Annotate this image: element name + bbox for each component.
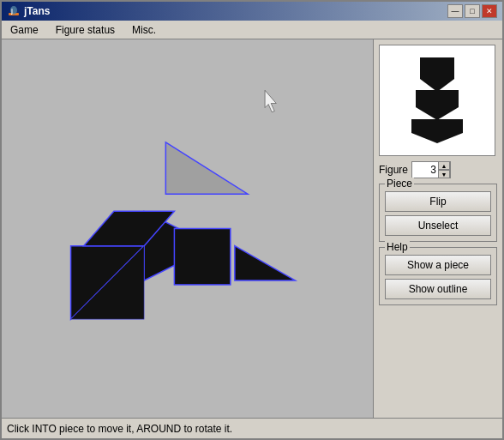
sidebar: Figure ▲ ▼ Piece Flip Unselect Help Show [374, 39, 502, 418]
title-text: jTans [24, 5, 50, 17]
close-button[interactable]: ✕ [482, 4, 497, 18]
svg-marker-12 [420, 57, 454, 92]
menu-figure-status[interactable]: Figure status [51, 22, 120, 38]
help-group: Help Show a piece Show outline [379, 247, 497, 305]
svg-text:j: j [10, 8, 13, 15]
svg-rect-8 [174, 229, 230, 285]
java-icon: j [7, 4, 21, 18]
svg-marker-14 [411, 119, 463, 143]
help-group-label: Help [385, 241, 410, 253]
svg-marker-13 [416, 90, 459, 120]
title-buttons: — □ ✕ [447, 4, 497, 18]
minimize-button[interactable]: — [447, 4, 463, 18]
show-piece-button[interactable]: Show a piece [385, 255, 491, 275]
piece-group-label: Piece [385, 178, 414, 190]
menu-misc[interactable]: Misc. [127, 22, 161, 38]
title-bar: j jTans — □ ✕ [2, 2, 502, 21]
flip-button[interactable]: Flip [385, 191, 491, 212]
piece-group: Piece Flip Unselect [379, 184, 497, 242]
figure-spinner: ▲ ▼ [438, 161, 450, 178]
figure-spin-down[interactable]: ▼ [438, 170, 450, 178]
figure-input-container: ▲ ▼ [411, 161, 451, 178]
figure-label: Figure [379, 164, 408, 176]
figure-spin-up[interactable]: ▲ [438, 161, 450, 170]
title-bar-left: j jTans [7, 4, 50, 18]
show-outline-button[interactable]: Show outline [385, 279, 491, 299]
menu-game[interactable]: Game [5, 22, 44, 38]
figure-input[interactable] [412, 164, 438, 176]
status-text: Click INTO piece to move it, AROUND to r… [7, 423, 232, 435]
tangram-canvas [2, 39, 373, 418]
preview-box [379, 45, 495, 156]
main-content: Figure ▲ ▼ Piece Flip Unselect Help Show [2, 39, 502, 418]
status-bar: Click INTO piece to move it, AROUND to r… [2, 418, 502, 438]
unselect-button[interactable]: Unselect [385, 215, 491, 236]
preview-svg [386, 49, 489, 152]
menu-bar: Game Figure status Misc. [2, 21, 502, 39]
maximize-button[interactable]: □ [465, 4, 480, 18]
main-window: j jTans — □ ✕ Game Figure status Misc. [0, 0, 504, 440]
figure-row: Figure ▲ ▼ [379, 161, 497, 178]
canvas-area[interactable] [2, 39, 374, 418]
